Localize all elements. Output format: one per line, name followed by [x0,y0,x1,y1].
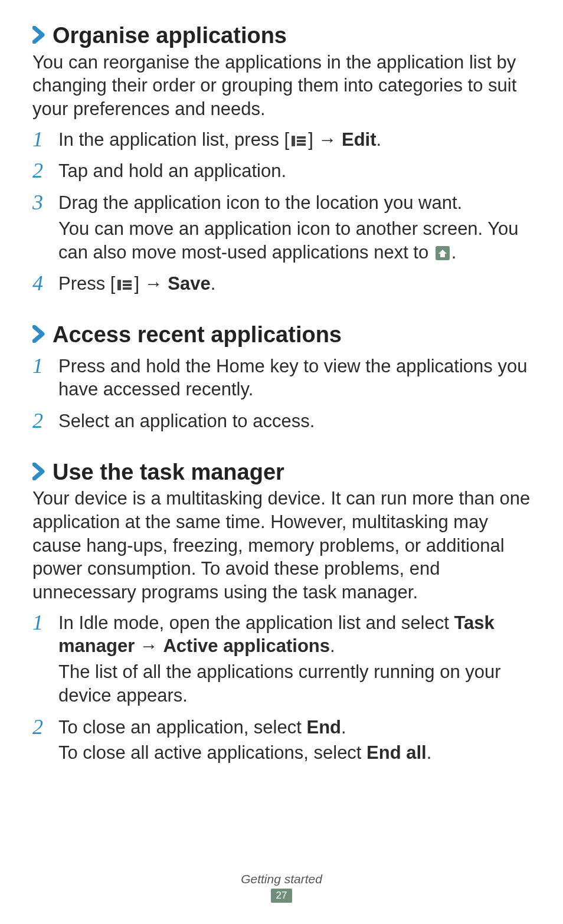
step-number: 2 [32,409,58,433]
text: To close all active applications, select [58,742,366,763]
text: Select an application to access. [58,409,531,433]
menu-icon [290,135,307,148]
step-body: To close an application, select End. To … [58,716,531,767]
text: ] → [134,273,168,294]
task-intro: Your device is a multitasking device. It… [32,487,531,604]
heading-organise-text: Organise applications [53,24,287,48]
list-item: 2 Select an application to access. [32,409,531,435]
svg-rect-0 [292,136,295,146]
text-bold: Save [168,273,210,294]
list-item: 1 Press and hold the Home key to view th… [32,355,531,404]
chevron-icon [32,25,45,47]
text: . [377,129,382,150]
text: . [330,635,335,656]
step-number: 2 [32,159,58,183]
heading-task: Use the task manager [32,460,531,485]
footer: Getting started 27 [0,872,563,903]
svg-rect-1 [297,136,306,139]
organise-intro: You can reorganise the applications in t… [32,51,531,121]
text: Drag the application icon to the locatio… [58,191,531,215]
page: Organise applications You can reorganise… [0,0,563,924]
text: . [211,273,216,294]
list-item: 1 In the application list, press [] → Ed… [32,128,531,154]
text-bold: End all [366,742,427,763]
step-body: Tap and hold an application. [58,159,531,185]
step-body: In the application list, press [] → Edit… [58,128,531,154]
text-bold: End [306,717,341,738]
step-body: Press [] → Save. [58,272,531,298]
step-body: Press and hold the Home key to view the … [58,355,531,404]
chevron-icon [32,461,45,484]
text: . [341,717,346,738]
svg-rect-3 [297,143,306,146]
svg-rect-8 [123,287,132,290]
step-number: 3 [32,191,58,215]
task-steps: 1 In Idle mode, open the application lis… [32,611,531,767]
heading-task-text: Use the task manager [53,460,284,485]
list-item: 4 Press [] → Save. [32,272,531,298]
svg-rect-6 [123,280,132,283]
text-bold: Edit [342,129,377,150]
list-item: 1 In Idle mode, open the application lis… [32,611,531,710]
svg-rect-7 [123,284,132,286]
home-icon [435,245,450,261]
menu-icon [116,278,133,291]
list-item: 2 To close an application, select End. T… [32,716,531,767]
text: ] → [308,129,342,150]
step-number: 1 [32,128,58,152]
list-item: 3 Drag the application icon to the locat… [32,191,531,266]
step-number: 2 [32,716,58,739]
recent-steps: 1 Press and hold the Home key to view th… [32,355,531,435]
step-body: Select an application to access. [58,409,531,435]
step-body: In Idle mode, open the application list … [58,611,531,710]
text: To close an application, select [58,717,306,738]
text-bold: Active applications [163,635,330,656]
svg-rect-2 [297,140,306,142]
heading-organise: Organise applications [32,24,531,48]
heading-recent-text: Access recent applications [53,323,342,348]
text: . [451,242,457,263]
text: In Idle mode, open the application list … [58,612,454,633]
text: → [135,635,163,656]
step-body: Drag the application icon to the locatio… [58,191,531,266]
svg-rect-5 [117,280,121,290]
text: The list of all the applications current… [58,660,531,707]
step-number: 1 [32,355,58,378]
text: In the application list, press [ [58,129,289,150]
list-item: 2 Tap and hold an application. [32,159,531,185]
text: Tap and hold an application. [58,159,531,183]
text: . [427,742,432,763]
organise-steps: 1 In the application list, press [] → Ed… [32,128,531,298]
footer-section-label: Getting started [0,872,563,886]
step-number: 1 [32,611,58,635]
chevron-icon [32,324,45,346]
heading-recent: Access recent applications [32,323,531,348]
text: Press and hold the Home key to view the … [58,355,531,401]
step-number: 4 [32,272,58,296]
page-number-badge: 27 [271,889,292,903]
text: Press [ [58,273,115,294]
